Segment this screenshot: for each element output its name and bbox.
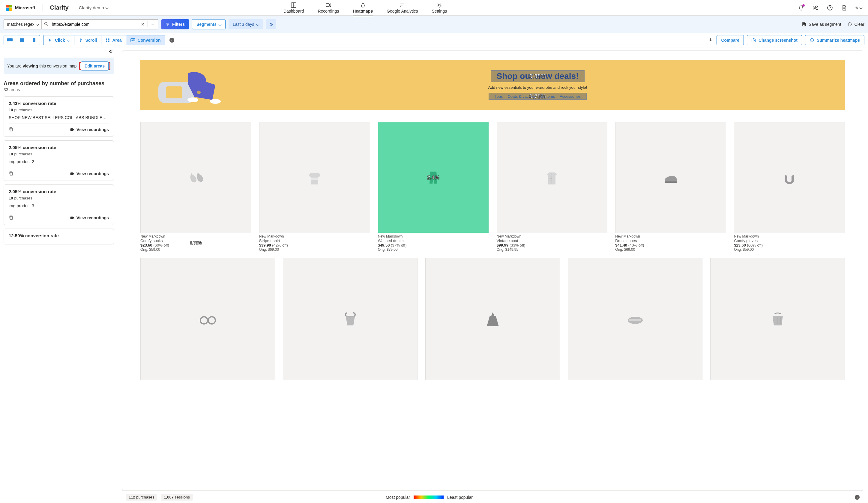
- hero-link[interactable]: Tops: [495, 94, 503, 99]
- more-filters-button[interactable]: [266, 19, 276, 29]
- svg-rect-25: [106, 38, 107, 40]
- product-info: New Markdown Dress shoes $41.40 (40% off…: [615, 234, 726, 252]
- add-url-icon[interactable]: +: [148, 21, 158, 28]
- svg-rect-33: [10, 129, 13, 131]
- preview-footer: 112 purchases 1,007 sessions Most popula…: [122, 490, 863, 503]
- hero-links-area[interactable]: TopsCoats & JacketsBottomsAccessories 0.…: [488, 93, 587, 100]
- nav-google-analytics[interactable]: Google Analytics: [386, 1, 418, 15]
- area-card[interactable]: 12.50% conversion rate: [3, 228, 114, 245]
- view-recordings-link[interactable]: View recordings: [70, 215, 109, 220]
- svg-point-32: [753, 40, 755, 41]
- preview-viewport[interactable]: Shop our new deals! 0.38% Add new essent…: [122, 50, 863, 490]
- svg-rect-21: [7, 38, 13, 41]
- change-screenshot-button[interactable]: Change screenshot: [747, 35, 802, 45]
- svg-rect-26: [108, 38, 110, 40]
- area-label: SHOP NEW BEST SELLERS COLLABS BUNDLES AC…: [9, 115, 109, 120]
- url-mode-dropdown[interactable]: matches regex: [4, 20, 42, 29]
- product-image[interactable]: [141, 258, 275, 380]
- chevron-down-icon: [68, 39, 71, 42]
- svg-point-50: [200, 317, 208, 324]
- product-label: Clarity: [50, 4, 69, 11]
- device-mobile[interactable]: [28, 35, 40, 45]
- type-click[interactable]: Click: [43, 35, 74, 45]
- nav-recordings[interactable]: Recordings: [318, 1, 339, 15]
- filters-button[interactable]: Filters: [161, 19, 189, 29]
- top-nav: Dashboard Recordings Heatmaps Google Ana…: [283, 1, 447, 15]
- clear-url-icon[interactable]: ✕: [138, 22, 147, 27]
- product-card[interactable]: 2.4% New Markdown Washed denim $49.50 (3…: [378, 122, 489, 252]
- device-tablet[interactable]: [16, 35, 28, 45]
- type-conversion[interactable]: Conversion: [126, 35, 165, 45]
- url-filter: matches regex ✕ +: [3, 19, 158, 29]
- viewing-banner: You are viewing this conversion map Edit…: [3, 58, 114, 74]
- product-image[interactable]: [283, 258, 417, 380]
- date-range-dropdown[interactable]: Last 3 days: [229, 19, 263, 29]
- hero-banner: Shop our new deals! 0.38% Add new essent…: [141, 60, 845, 110]
- svg-point-10: [816, 6, 818, 7]
- hero-title-area[interactable]: Shop our new deals! 0.38%: [491, 70, 585, 82]
- type-scroll[interactable]: Scroll: [74, 35, 101, 45]
- heatmap-preview: Shop our new deals! 0.38% Add new essent…: [117, 48, 868, 503]
- product-card[interactable]: New Markdown Vintage coat $99.99 (33% of…: [497, 122, 608, 252]
- nav-settings[interactable]: Settings: [432, 1, 447, 15]
- product-card[interactable]: New Markdown Stripe t-shirt $39.90 (42% …: [259, 122, 370, 252]
- product-card[interactable]: New Markdown Dress shoes $41.40 (40% off…: [615, 122, 726, 252]
- microsoft-logo-icon: [6, 5, 12, 11]
- product-info: New Markdown Comfy socks $23.60 (60% off…: [141, 234, 251, 252]
- area-rate: 2.05% conversion rate: [9, 189, 109, 194]
- notifications-icon[interactable]: [798, 4, 804, 11]
- product-info: New Markdown Stripe t-shirt $39.90 (42% …: [259, 234, 370, 252]
- area-rate: 2.43% conversion rate: [9, 101, 109, 106]
- product-image[interactable]: [568, 258, 702, 380]
- summarize-button[interactable]: Summarize heatmaps: [805, 35, 865, 45]
- product-image[interactable]: [710, 258, 845, 380]
- chevron-down-icon: [256, 23, 259, 26]
- area-purchases: 10purchases: [9, 108, 109, 112]
- project-dropdown[interactable]: Clarity demo: [79, 5, 108, 10]
- hero-links-pct: 0.78%: [529, 93, 546, 100]
- people-icon[interactable]: [812, 4, 819, 11]
- copy-icon[interactable]: [9, 127, 14, 132]
- nav-dashboard[interactable]: Dashboard: [283, 1, 304, 15]
- product-image[interactable]: [425, 258, 560, 380]
- save-segment-button[interactable]: Save as segment: [802, 22, 841, 27]
- view-recordings-link[interactable]: View recordings: [70, 171, 109, 176]
- svg-rect-31: [752, 39, 756, 42]
- footer-info-icon[interactable]: i: [855, 495, 860, 500]
- view-recordings-link[interactable]: View recordings: [70, 127, 109, 132]
- product-image: [615, 122, 726, 233]
- hero-link[interactable]: Accessories: [560, 94, 581, 99]
- product-grid-2: [122, 258, 863, 386]
- svg-rect-35: [10, 173, 13, 175]
- help-icon[interactable]: [827, 4, 833, 11]
- area-card[interactable]: 2.43% conversion rate 10purchases SHOP N…: [3, 96, 114, 137]
- collapse-sidebar-icon[interactable]: [108, 49, 113, 54]
- type-area[interactable]: Area: [101, 35, 126, 45]
- search-icon: [44, 22, 49, 27]
- account-dropdown[interactable]: [855, 4, 862, 11]
- info-icon[interactable]: i: [169, 38, 174, 43]
- copy-icon[interactable]: [9, 171, 14, 176]
- segments-dropdown[interactable]: Segments: [192, 19, 226, 29]
- clear-filters-button[interactable]: Clear: [847, 22, 865, 27]
- document-icon[interactable]: [841, 4, 848, 11]
- product-card[interactable]: New Markdown Comfy socks $23.60 (60% off…: [141, 122, 251, 252]
- svg-rect-1: [9, 5, 12, 8]
- svg-rect-24: [33, 38, 35, 42]
- dashboard-icon: [291, 2, 297, 8]
- area-card[interactable]: 2.05% conversion rate 10purchases img pr…: [3, 184, 114, 225]
- product-card[interactable]: New Markdown Comfy gloves $23.60 (60% of…: [734, 122, 845, 252]
- nav-heatmaps[interactable]: Heatmaps: [353, 1, 373, 15]
- compare-button[interactable]: Compare: [716, 35, 744, 45]
- heatmap-type-toggle: Click Scroll Area Conversion: [43, 35, 165, 45]
- url-input[interactable]: [49, 20, 138, 29]
- area-purchases: 10purchases: [9, 152, 109, 156]
- area-card[interactable]: 2.05% conversion rate 10purchases img pr…: [3, 140, 114, 181]
- download-icon[interactable]: [707, 37, 714, 43]
- svg-rect-36: [71, 173, 73, 175]
- product-image: [734, 122, 845, 233]
- edit-areas-button[interactable]: Edit areas: [81, 61, 108, 71]
- device-desktop[interactable]: [4, 35, 16, 45]
- areas-sidebar: You are viewing this conversion map Edit…: [0, 48, 117, 503]
- copy-icon[interactable]: [9, 215, 14, 220]
